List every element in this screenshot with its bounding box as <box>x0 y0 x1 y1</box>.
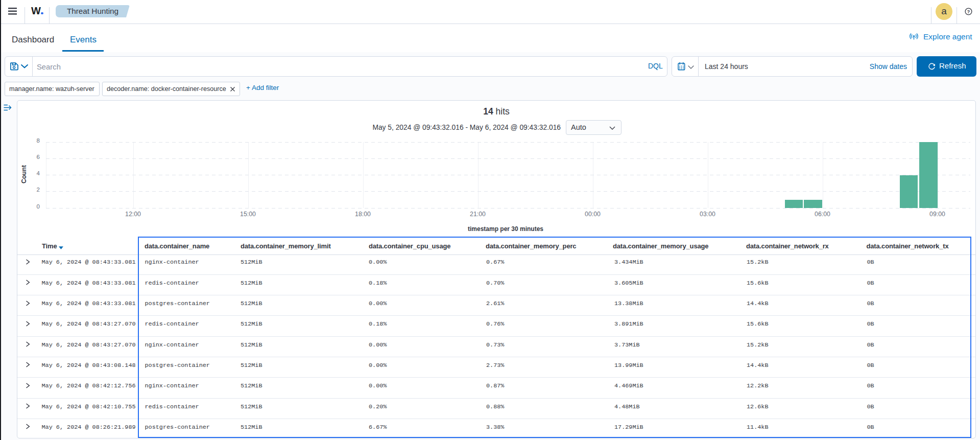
svg-text:?: ? <box>967 9 970 14</box>
